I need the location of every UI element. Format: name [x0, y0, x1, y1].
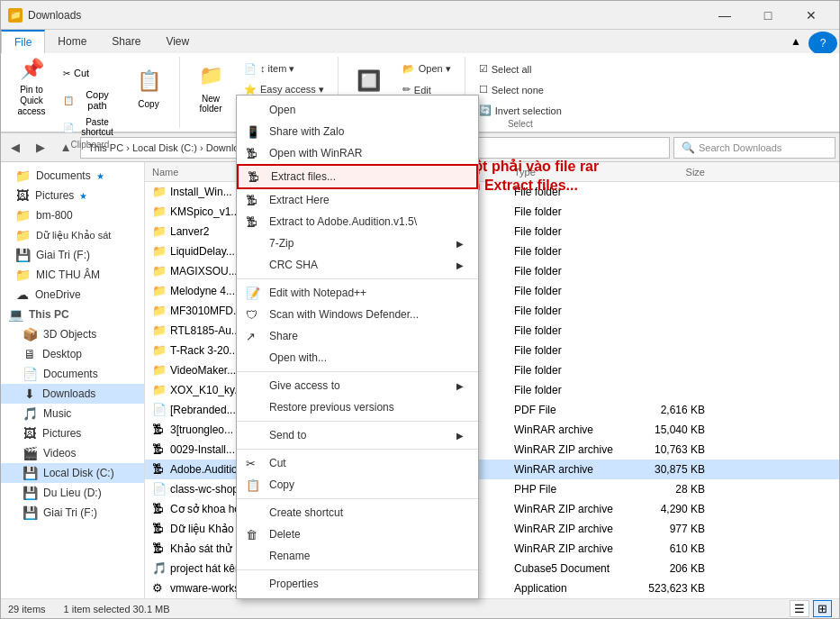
tab-share[interactable]: Share: [99, 30, 153, 53]
pictures3-icon: 🖼: [23, 426, 37, 441]
ctx-properties[interactable]: Properties: [237, 573, 478, 595]
col-size-header[interactable]: Size: [631, 167, 712, 178]
ctx-sep2: [237, 371, 478, 372]
paste-button[interactable]: 📋 Copy: [125, 60, 172, 114]
sidebar-item-music[interactable]: 🎵 Music: [1, 404, 144, 423]
folder-icon: 📁: [8, 8, 23, 23]
share-icon: ↗: [246, 330, 256, 343]
sidebar-item-thispc[interactable]: 💻 This PC: [1, 305, 144, 324]
sidebar-item-pictures3[interactable]: 🖼 Pictures: [1, 423, 144, 443]
sidebar-item-onedrive[interactable]: ☁ OneDrive: [1, 285, 144, 305]
ctx-share[interactable]: ↗ Share: [237, 325, 478, 347]
ctx-send-to[interactable]: Send to ▶: [237, 424, 478, 446]
ctx-open-winrar-label: Open with WinRAR: [269, 147, 362, 159]
sidebar-item-bm800[interactable]: 📁 bm-800: [1, 205, 144, 225]
sidebar-label-desktop: Desktop: [42, 348, 82, 360]
ctx-delete[interactable]: 🗑 Delete: [237, 523, 478, 545]
extract-here-icon: 🗜: [246, 194, 257, 207]
sidebar-label-pictures: Pictures: [35, 189, 74, 202]
sidebar-item-documents2[interactable]: 📄 Documents: [1, 364, 144, 384]
maximize-button[interactable]: □: [747, 1, 789, 30]
pin-label: Pin to Quickaccess: [9, 85, 54, 117]
sidebar-item-giatri[interactable]: 💾 Giai Tri (F:): [1, 245, 144, 265]
select-all-button[interactable]: ☑ Select all: [473, 60, 568, 77]
ctx-scan-defender[interactable]: 🛡 Scan with Windows Defender...: [237, 304, 478, 325]
window-title: Downloads: [28, 9, 81, 22]
minimize-button[interactable]: —: [704, 1, 745, 30]
extract-adobe-icon: 🗜: [246, 215, 257, 229]
ctx-open-with[interactable]: Open with...: [237, 347, 478, 369]
sidebar-item-3dobjects[interactable]: 📦 3D Objects: [1, 324, 144, 344]
ctx-rename[interactable]: Rename: [237, 545, 478, 567]
ctx-extract-adobe[interactable]: 🗜 Extract to Adobe.Audition.v1.5\: [237, 211, 478, 232]
sidebar-item-desktop[interactable]: 🖥 Desktop: [1, 344, 144, 364]
search-box[interactable]: 🔍 Search Downloads: [673, 137, 835, 159]
sidebar-label-pictures3: Pictures: [42, 427, 81, 440]
edit-label: Edit: [414, 85, 431, 96]
copy-path-button[interactable]: 📋 Copy path: [59, 87, 122, 113]
details-view-button[interactable]: ⊞: [813, 600, 832, 617]
php-icon: 📄: [152, 482, 167, 496]
ctx-give-access[interactable]: Give access to ▶: [237, 375, 478, 396]
new-folder-button[interactable]: 📁 Newfolder: [187, 60, 234, 114]
sidebar-label-dulieu2: Du Lieu (D:): [43, 487, 102, 499]
ctx-open[interactable]: Open: [237, 99, 478, 121]
paste-shortcut-button[interactable]: 📄 Paste shortcut: [59, 114, 122, 140]
open-button[interactable]: 📂 Open ▾: [396, 60, 457, 77]
close-button[interactable]: ✕: [790, 1, 832, 30]
context-menu: Open 📱 Share with Zalo 🗜 Open with WinRA…: [236, 95, 479, 599]
invert-selection-button[interactable]: 🔄 Invert selection: [473, 102, 568, 119]
title-bar-left: 📁 Downloads: [8, 8, 81, 23]
send-to-arrow: ▶: [456, 431, 464, 441]
tab-view[interactable]: View: [153, 30, 202, 53]
folder-icon: 📁: [152, 383, 167, 396]
sidebar-label-music: Music: [43, 407, 71, 420]
ctx-cut[interactable]: ✂ Cut: [237, 452, 478, 474]
sidebar-item-documents[interactable]: 📁 Documents ★: [1, 166, 144, 186]
help-button[interactable]: ?: [808, 32, 837, 55]
select-label: Select: [473, 119, 568, 132]
ctx-edit-notepad[interactable]: 📝 Edit with Notepad++: [237, 282, 478, 304]
tab-home[interactable]: Home: [45, 30, 99, 53]
pin-button[interactable]: 📌 Pin to Quickaccess: [8, 60, 55, 114]
sidebar-item-giatri2[interactable]: 💾 Giai Tri (F:): [1, 503, 144, 523]
sidebar-label-localdisk: Local Disk (C:): [43, 467, 114, 479]
ctx-edit-notepad-label: Edit with Notepad++: [269, 287, 366, 299]
ctx-create-shortcut[interactable]: Create shortcut: [237, 502, 478, 523]
ctx-7zip[interactable]: 7-Zip ▶: [237, 232, 478, 254]
ctx-delete-label: Delete: [269, 528, 301, 541]
archive-icon: 🗜: [152, 442, 167, 456]
selected-info: 1 item selected 30.1 MB: [64, 604, 170, 614]
sidebar-item-mic[interactable]: 📁 MIC THU ÂM: [1, 265, 144, 285]
new-item-button[interactable]: 📄 ↕ item ▾: [238, 60, 330, 77]
sidebar-item-dulieu[interactable]: 📁 Dữ liệu Khảo sát: [1, 225, 144, 245]
folder-icon: 📁: [152, 284, 167, 297]
tab-file[interactable]: File: [1, 30, 45, 53]
sidebar-item-downloads[interactable]: ⬇ Downloads: [1, 384, 144, 404]
sidebar-item-videos[interactable]: 🎬 Videos: [1, 443, 144, 463]
ctx-restore-prev[interactable]: Restore previous versions: [237, 396, 478, 418]
invert-icon: 🔄: [479, 105, 492, 116]
ctx-crcsha[interactable]: CRC SHA ▶: [237, 254, 478, 276]
pdf-icon: 📄: [152, 403, 167, 416]
folder-icon: 📁: [152, 205, 167, 218]
sidebar-label-giatri: Giai Tri (F:): [36, 249, 90, 261]
ctx-open-winrar[interactable]: 🗜 Open with WinRAR: [237, 142, 478, 164]
select-none-button[interactable]: ☐ Select none: [473, 81, 568, 98]
archive-icon: 🗜: [152, 423, 167, 436]
ctx-extract-files[interactable]: 🗜 Extract files...: [237, 164, 478, 189]
ctx-extract-here[interactable]: 🗜 Extract Here: [237, 189, 478, 211]
sidebar-item-dulieu2[interactable]: 💾 Du Lieu (D:): [1, 483, 144, 503]
ctx-copy[interactable]: 📋 Copy: [237, 474, 478, 496]
ctx-share-zalo[interactable]: 📱 Share with Zalo: [237, 121, 478, 142]
folder-icon: 📁: [152, 363, 167, 377]
copy-button[interactable]: ✂ Cut: [59, 60, 122, 86]
sidebar-label-bm800: bm-800: [36, 209, 73, 222]
folder-icon: 📁: [152, 244, 167, 258]
list-view-button[interactable]: ☰: [790, 600, 809, 617]
title-bar: 📁 Downloads — □ ✕: [1, 1, 839, 30]
3dobjects-icon: 📦: [23, 327, 38, 341]
sidebar-item-pictures[interactable]: 🖼 Pictures ★: [1, 186, 144, 205]
ribbon-collapse-button[interactable]: ▲: [785, 30, 807, 53]
sidebar-item-localdisk[interactable]: 💾 Local Disk (C:): [1, 463, 144, 483]
